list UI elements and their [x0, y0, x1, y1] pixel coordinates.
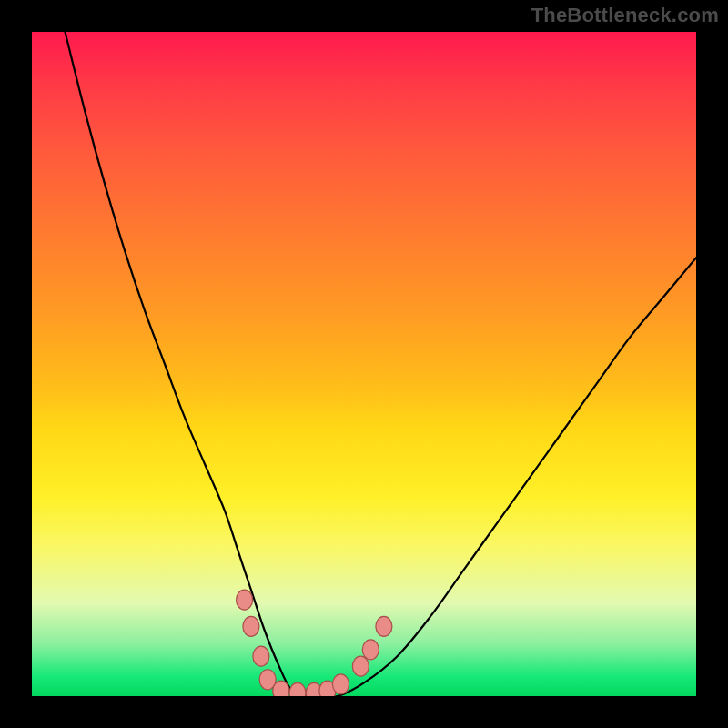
data-marker	[273, 681, 289, 696]
data-marker	[237, 590, 253, 610]
curve-svg	[32, 32, 696, 696]
data-marker	[243, 616, 259, 636]
watermark-label: TheBottleneck.com	[531, 4, 719, 27]
plot-area	[32, 32, 696, 696]
data-marker	[362, 640, 379, 660]
chart-frame: TheBottleneck.com	[0, 0, 728, 728]
data-marker	[376, 616, 392, 636]
data-marker	[253, 646, 269, 666]
bottleneck-curve-path	[66, 32, 697, 696]
data-marker	[289, 682, 306, 696]
data-marker	[352, 656, 369, 676]
data-marker	[332, 674, 349, 694]
